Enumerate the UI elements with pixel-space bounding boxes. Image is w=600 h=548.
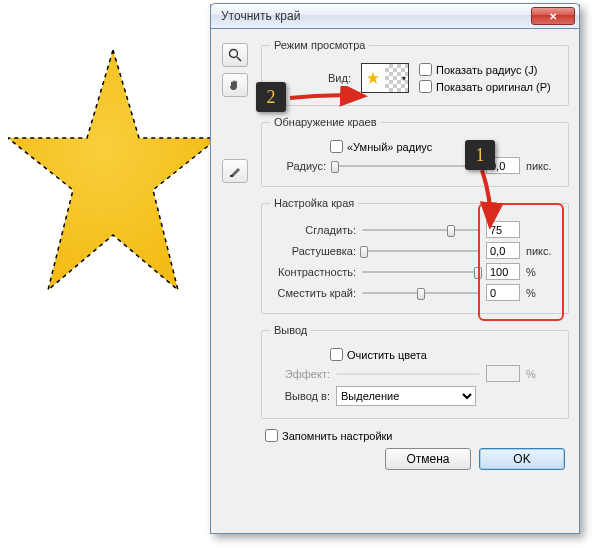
zoom-tool-button[interactable] [222, 43, 248, 67]
radius-label: Радиус: [270, 160, 326, 172]
smart-radius-checkbox[interactable]: «Умный» радиус [330, 140, 432, 153]
show-original-checkbox[interactable]: Показать оригинал (P) [419, 80, 551, 93]
shift-unit: % [526, 287, 560, 299]
contrast-label: Контрастность: [270, 266, 356, 278]
svg-marker-0 [8, 50, 218, 290]
amount-unit: % [526, 368, 560, 380]
hand-tool-button[interactable] [222, 73, 248, 97]
annotation-callout-1: 1 [465, 140, 495, 170]
smooth-slider[interactable] [362, 222, 480, 238]
view-mode-group: Режим просмотра Вид: ▾ [261, 39, 569, 106]
view-mode-picker[interactable]: ▾ [361, 63, 409, 93]
output-legend: Вывод [270, 324, 311, 336]
window-title: Уточнить край [215, 9, 531, 23]
radius-slider[interactable] [332, 158, 480, 174]
cancel-button[interactable]: Отмена [385, 448, 471, 470]
feather-input[interactable] [486, 242, 520, 259]
refine-brush-tool-button[interactable] [222, 159, 248, 183]
ok-button[interactable]: OK [479, 448, 565, 470]
output-to-label: Вывод в: [270, 390, 330, 402]
svg-marker-5 [367, 72, 379, 84]
smooth-input[interactable] [486, 221, 520, 238]
canvas-star-selection [8, 40, 218, 340]
output-group: Вывод Очистить цвета Эффект: % Вывод в: [261, 324, 569, 419]
titlebar: Уточнить край ✕ [210, 3, 580, 29]
smooth-label: Сгладить: [270, 224, 356, 236]
shift-label: Сместить край: [270, 287, 356, 299]
shift-input[interactable] [486, 284, 520, 301]
contrast-input[interactable] [486, 263, 520, 280]
amount-label: Эффект: [270, 368, 330, 380]
amount-slider [336, 366, 480, 382]
remember-settings-checkbox[interactable]: Запомнить настройки [265, 429, 393, 442]
svg-point-2 [230, 50, 238, 58]
chevron-down-icon: ▾ [402, 74, 406, 83]
adjust-edge-group: Настройка края Сгладить: Растушевка: п [261, 197, 569, 314]
close-icon: ✕ [549, 11, 557, 22]
feather-slider[interactable] [362, 243, 480, 259]
brush-icon [228, 164, 242, 178]
shift-slider[interactable] [362, 285, 480, 301]
adjust-edge-legend: Настройка края [270, 197, 358, 209]
radius-unit: пикс. [526, 160, 560, 172]
decontaminate-checkbox[interactable]: Очистить цвета [330, 348, 427, 361]
amount-input [486, 365, 520, 382]
view-mode-legend: Режим просмотра [270, 39, 369, 51]
contrast-slider[interactable] [362, 264, 480, 280]
svg-rect-4 [230, 175, 233, 177]
annotation-callout-2: 2 [256, 82, 286, 112]
close-button[interactable]: ✕ [531, 7, 575, 25]
feather-unit: пикс. [526, 245, 560, 257]
edge-detection-group: Обнаружение краев «Умный» радиус Радиус:… [261, 116, 569, 187]
output-to-select[interactable]: Выделение [336, 386, 476, 406]
star-icon [366, 71, 380, 85]
feather-label: Растушевка: [270, 245, 356, 257]
magnifier-icon [228, 48, 242, 62]
edge-detection-legend: Обнаружение краев [270, 116, 381, 128]
hand-icon [228, 78, 242, 92]
show-radius-checkbox[interactable]: Показать радиус (J) [419, 63, 551, 76]
svg-line-3 [237, 57, 241, 61]
contrast-unit: % [526, 266, 560, 278]
